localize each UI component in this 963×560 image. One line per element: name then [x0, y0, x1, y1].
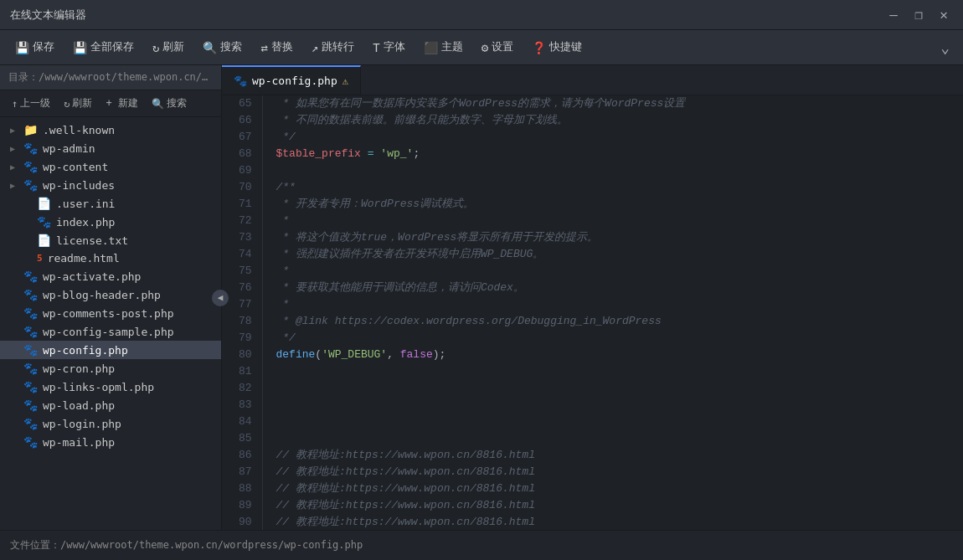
save-button[interactable]: 💾 保存 [7, 36, 63, 59]
file-icon: 📄 [37, 197, 51, 210]
table-row: 67 */ [222, 129, 963, 146]
table-row: 86 // 教程地址:https://www.wpon.cn/8816.html [222, 447, 963, 464]
table-row: 89 // 教程地址:https://www.wpon.cn/8816.html [222, 497, 963, 514]
table-row: 69 [222, 162, 963, 179]
sidebar-refresh-icon: ↻ [64, 98, 70, 110]
sidebar-path: 目录：/www/wwwroot/theme.wpon.cn/... [0, 65, 221, 90]
sidebar-refresh-button[interactable]: ↻ 刷新 [59, 95, 97, 112]
refresh-button[interactable]: ↻ 刷新 [144, 36, 193, 59]
sidebar-item-wp-login[interactable]: ▶ 🐾 wp-login.php [0, 414, 221, 433]
php-icon: 🐾 [23, 435, 38, 449]
php-icon: 🐾 [37, 215, 51, 229]
code-editor[interactable]: 65 * 如果您有在同一数据库内安装多个WordPress的需求，请为每个Wor… [222, 95, 963, 530]
replace-icon: ⇄ [260, 41, 267, 54]
php-icon: 🐾 [23, 362, 38, 375]
sidebar-item-wp-cron[interactable]: ▶ 🐾 wp-cron.php [0, 359, 221, 378]
table-row: 80 define('WP_DEBUG', false); [222, 347, 963, 363]
table-row: 74 * 强烈建议插件开发者在开发环境中启用WP_DEBUG。 [222, 246, 963, 263]
sidebar-item-wp-links-opml[interactable]: ▶ 🐾 wp-links-opml.php [0, 378, 221, 396]
minimize-button[interactable]: — [884, 7, 903, 23]
toolbar-expand-button[interactable]: ⌄ [934, 35, 956, 59]
replace-button[interactable]: ⇄ 替换 [252, 36, 301, 59]
table-row: 81 [222, 363, 963, 380]
sidebar-item-license-txt[interactable]: ▶ 📄 license.txt [0, 231, 221, 249]
sidebar-item-wp-comments-post[interactable]: ▶ 🐾 wp-comments-post.php [0, 304, 221, 322]
statusbar-path: 文件位置：/www/wwwroot/theme.wpon.cn/wordpres… [10, 538, 363, 552]
html-icon: 5 [37, 253, 43, 264]
table-row: 68 $table_prefix = 'wp_'; [222, 146, 963, 162]
sidebar-item-wp-config[interactable]: ▶ 🐾 wp-config.php [0, 341, 221, 359]
statusbar: 文件位置：/www/wwwroot/theme.wpon.cn/wordpres… [0, 530, 963, 560]
tab-wp-config[interactable]: 🐾 wp-config.php ⚠ [222, 65, 361, 95]
table-row: 90 // 教程地址:https://www.wpon.cn/8816.html [222, 514, 963, 530]
table-row: 76 * 要获取其他能用于调试的信息，请访问Codex。 [222, 280, 963, 296]
sidebar-item-wp-admin[interactable]: ▶ 🐾 wp-admin [0, 139, 221, 157]
php-icon: 🐾 [23, 270, 38, 283]
tree-arrow-icon: ▶ [10, 162, 18, 172]
font-button[interactable]: T 字体 [364, 36, 413, 59]
sidebar-item-well-known[interactable]: ▶ 📁 .well-known [0, 121, 221, 139]
table-row: 83 [222, 397, 963, 414]
table-row: 77 * [222, 296, 963, 313]
refresh-icon: ↻ [152, 41, 159, 54]
search-button[interactable]: 🔍 搜索 [194, 36, 250, 59]
goto-button[interactable]: ↗ 跳转行 [303, 36, 363, 59]
table-row: 87 // 教程地址:https://www.wpon.cn/8816.html [222, 464, 963, 480]
php-icon: 🐾 [23, 398, 38, 412]
sidebar-collapse-button[interactable]: ◀ [212, 290, 229, 306]
table-row: 78 * @link https://codex.wordpress.org/D… [222, 313, 963, 330]
sidebar-actions: ↑ 上一级 ↻ 刷新 + 新建 🔍 搜索 [0, 90, 221, 117]
sidebar-up-button[interactable]: ↑ 上一级 [7, 95, 55, 112]
save-icon: 💾 [15, 41, 29, 54]
tree-arrow-icon: ▶ [10, 181, 18, 190]
editor-area: 🐾 wp-config.php ⚠ 65 * 如果您有在同一数据库内安装多个Wo… [222, 65, 963, 530]
table-row: 71 * 开发者专用：WordPress调试模式。 [222, 196, 963, 213]
sidebar-item-index-php[interactable]: ▶ 🐾 index.php [0, 213, 221, 231]
sidebar-item-wp-config-sample[interactable]: ▶ 🐾 wp-config-sample.php [0, 322, 221, 341]
sidebar-item-wp-includes[interactable]: ▶ 🐾 wp-includes [0, 176, 221, 194]
php-icon: 🐾 [23, 380, 38, 393]
table-row: 85 [222, 430, 963, 447]
shortcuts-button[interactable]: ❓ 快捷键 [523, 36, 590, 59]
shortcuts-icon: ❓ [532, 41, 546, 54]
sidebar-item-wp-activate[interactable]: ▶ 🐾 wp-activate.php [0, 267, 221, 285]
table-row: 65 * 如果您有在同一数据库内安装多个WordPress的需求，请为每个Wor… [222, 95, 963, 112]
search-icon: 🔍 [203, 41, 217, 54]
php-icon: 🐾 [23, 325, 38, 338]
sidebar-new-button[interactable]: + 新建 [100, 95, 142, 112]
file-icon: 📄 [37, 234, 51, 247]
code-table: 65 * 如果您有在同一数据库内安装多个WordPress的需求，请为每个Wor… [222, 95, 963, 530]
editor-tabs: 🐾 wp-config.php ⚠ [222, 65, 963, 95]
sidebar-item-wp-load[interactable]: ▶ 🐾 wp-load.php [0, 396, 221, 414]
app-title: 在线文本编辑器 [10, 8, 86, 23]
toolbar: 💾 保存 💾 全部保存 ↻ 刷新 🔍 搜索 ⇄ 替换 ↗ 跳转行 T 字体 ⬛ … [0, 30, 963, 65]
close-button[interactable]: ✕ [935, 7, 953, 23]
table-row: 70 /** [222, 179, 963, 196]
theme-icon: ⬛ [424, 41, 438, 54]
theme-button[interactable]: ⬛ 主题 [415, 36, 471, 59]
sidebar-item-wp-content[interactable]: ▶ 🐾 wp-content [0, 157, 221, 176]
sidebar-search-button[interactable]: 🔍 搜索 [147, 95, 192, 112]
sidebar-item-user-ini[interactable]: ▶ 📄 .user.ini [0, 194, 221, 213]
wp-icon: 🐾 [23, 160, 38, 173]
table-row: 84 [222, 414, 963, 430]
tree-arrow-icon: ▶ [10, 144, 18, 153]
php-icon: 🐾 [23, 343, 38, 357]
sidebar-item-wp-blog-header[interactable]: ▶ 🐾 wp-blog-header.php [0, 285, 221, 304]
folder-icon: 📁 [23, 123, 38, 136]
php-icon: 🐾 [23, 306, 38, 320]
settings-button[interactable]: ⚙ 设置 [473, 36, 522, 59]
window-controls: — ❐ ✕ [884, 7, 953, 23]
sidebar-item-wp-mail[interactable]: ▶ 🐾 wp-mail.php [0, 433, 221, 451]
php-icon: 🐾 [23, 288, 38, 301]
up-icon: ↑ [12, 98, 18, 110]
save-all-button[interactable]: 💾 全部保存 [64, 36, 142, 59]
sidebar-tree: ▶ 📁 .well-known ▶ 🐾 wp-admin ▶ 🐾 wp-cont… [0, 117, 221, 530]
table-row: 75 * [222, 263, 963, 280]
tab-wp-icon: 🐾 [234, 74, 247, 87]
maximize-button[interactable]: ❐ [909, 7, 928, 23]
sidebar-item-readme-html[interactable]: ▶ 5 readme.html [0, 249, 221, 267]
wp-icon: 🐾 [23, 141, 38, 155]
table-row: 88 // 教程地址:https://www.wpon.cn/8816.html [222, 480, 963, 497]
table-row: 73 * 将这个值改为true，WordPress将显示所有用于开发的提示。 [222, 229, 963, 246]
